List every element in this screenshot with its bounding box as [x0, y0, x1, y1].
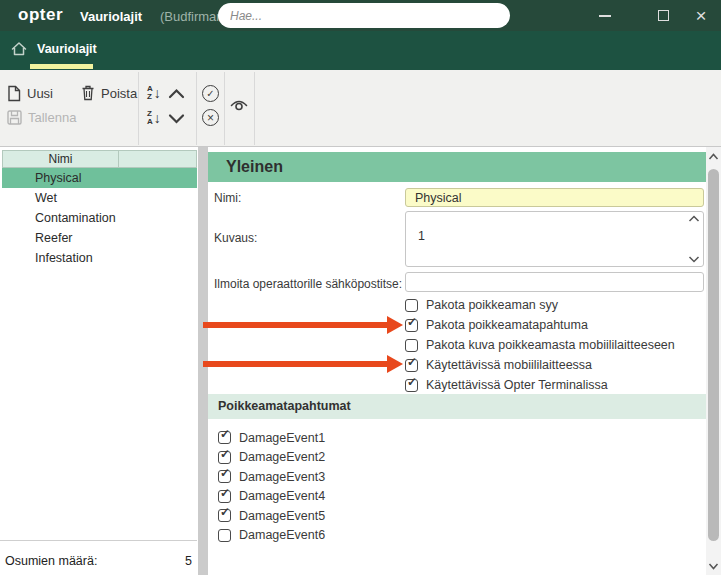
sort-descending-button[interactable]: ZA ↓ [147, 110, 161, 126]
app-window: opter Vauriolajit (Budfirman × Vauriolaj… [0, 0, 721, 575]
name-field[interactable] [405, 188, 704, 207]
damage-event-3-checkbox[interactable]: ✓ [218, 470, 231, 483]
force-deviation-event-checkbox[interactable]: ✓ [405, 319, 418, 332]
event-row: DamageEvent6 [218, 526, 325, 546]
checkbox-row: Pakota poikkeaman syy [405, 295, 675, 315]
list-item-infestation[interactable]: Infestation [2, 248, 197, 268]
new-button[interactable]: Uusi [7, 85, 53, 102]
event-row: ✓ DamageEvent5 [218, 506, 325, 526]
event-label: DamageEvent4 [239, 489, 325, 503]
move-up-button[interactable] [168, 88, 185, 99]
available-opter-terminal-checkbox[interactable]: ✓ [405, 379, 418, 392]
search-input[interactable] [230, 9, 480, 23]
damage-event-6-checkbox[interactable] [218, 529, 231, 542]
toolbar-separator [224, 72, 225, 145]
spinner-up-icon[interactable] [688, 215, 700, 223]
accept-button[interactable]: ✓ [202, 85, 219, 102]
minimize-icon [599, 15, 611, 17]
scrollbar-thumb[interactable] [708, 169, 719, 541]
damage-event-2-checkbox[interactable]: ✓ [218, 451, 231, 464]
event-row: ✓ DamageEvent2 [218, 448, 325, 468]
cancel-button[interactable]: × [202, 109, 219, 126]
toolbar-separator [138, 72, 139, 145]
trash-icon [81, 85, 95, 101]
list-item-physical[interactable]: Physical [2, 168, 197, 188]
spinner-down-icon[interactable] [688, 255, 700, 263]
column-header-nimi[interactable]: Nimi [2, 150, 119, 168]
maximize-button[interactable] [648, 0, 678, 31]
close-button[interactable]: × [686, 0, 716, 31]
event-label: DamageEvent3 [239, 470, 325, 484]
chevron-down-icon [168, 113, 185, 124]
window-title: Vauriolajit [80, 9, 142, 24]
damage-event-4-checkbox[interactable]: ✓ [218, 490, 231, 503]
nav-bar [0, 31, 721, 70]
save-icon [7, 110, 22, 125]
arrow-head [387, 316, 403, 334]
section-header-general: Yleinen [208, 152, 706, 182]
checkbox-label: Käytettävissä Opter Terminalissa [426, 378, 608, 392]
global-search[interactable] [218, 3, 510, 28]
event-checkboxes: ✓ DamageEvent1 ✓ DamageEvent2 ✓ DamageEv… [218, 428, 325, 545]
vertical-scrollbar[interactable] [706, 147, 721, 575]
toolbar [0, 70, 721, 147]
preview-button[interactable] [229, 96, 249, 113]
event-label: DamageEvent1 [239, 431, 325, 445]
save-button[interactable]: Tallenna [7, 110, 76, 125]
damage-type-list: Physical Wet Contamination Reefer Infest… [2, 168, 197, 268]
hit-count-value: 5 [185, 554, 192, 568]
name-label: Nimi: [214, 191, 241, 205]
checkbox-row: ✓ Käytettävissä Opter Terminalissa [405, 375, 675, 395]
delete-button[interactable]: Poista [81, 85, 137, 101]
event-label: DamageEvent5 [239, 509, 325, 523]
damage-event-1-checkbox[interactable]: ✓ [218, 431, 231, 444]
title-bar: opter Vauriolajit (Budfirman × [0, 0, 721, 31]
checkbox-row: ✓ Pakota poikkeamatapahtuma [405, 315, 675, 335]
checkbox-label: Pakota poikkeamatapahtuma [426, 318, 588, 332]
sort-za-icon: ZA ↓ [147, 110, 161, 126]
scroll-up-icon[interactable] [707, 150, 720, 164]
arrow-shaft [203, 322, 388, 328]
status-bar: Osumien määrä: 5 [0, 540, 197, 575]
notify-operator-email-field[interactable] [405, 272, 704, 292]
notify-operator-email-label: Ilmoita operaattorille sähköpostitse: [214, 277, 402, 291]
checkbox-label: Käytettävissä mobiililaitteessa [426, 358, 592, 372]
list-item-wet[interactable]: Wet [2, 188, 197, 208]
opter-logo: opter [18, 5, 63, 25]
arrow-head [387, 355, 403, 373]
section-header-events: Poikkeamatapahtumat [208, 394, 706, 419]
toolbar-separator [254, 72, 255, 145]
maximize-icon [658, 10, 669, 21]
home-icon[interactable] [10, 40, 28, 58]
description-field[interactable]: 1 [405, 211, 704, 267]
new-file-icon [7, 85, 21, 102]
eye-icon [229, 96, 249, 113]
event-label: DamageEvent2 [239, 450, 325, 464]
force-deviation-photo-checkbox[interactable] [405, 339, 418, 352]
x-circle-icon: × [202, 109, 219, 126]
column-header-empty[interactable] [119, 150, 197, 168]
description-value: 1 [418, 229, 425, 243]
checkbox-row: ✓ Käytettävissä mobiililaitteessa [405, 355, 675, 375]
event-row: ✓ DamageEvent4 [218, 487, 325, 507]
checkbox-label: Pakota kuva poikkeamasta mobiililaittees… [426, 338, 675, 352]
sort-ascending-button[interactable]: AZ ↓ [147, 85, 161, 101]
toolbar-separator [196, 72, 197, 145]
description-label: Kuvaus: [214, 231, 257, 245]
checkbox-row: Pakota kuva poikkeamasta mobiililaittees… [405, 335, 675, 355]
option-checkboxes: Pakota poikkeaman syy ✓ Pakota poikkeama… [405, 295, 675, 395]
available-mobile-checkbox[interactable]: ✓ [405, 359, 418, 372]
tab-vauriolajit[interactable]: Vauriolajit [37, 42, 97, 56]
delete-button-label: Poista [101, 86, 137, 101]
list-item-contamination[interactable]: Contamination [2, 208, 197, 228]
list-item-reefer[interactable]: Reefer [2, 228, 197, 248]
window-subtitle: (Budfirman [160, 9, 224, 24]
damage-event-5-checkbox[interactable]: ✓ [218, 509, 231, 522]
chevron-up-icon [168, 88, 185, 99]
force-deviation-reason-checkbox[interactable] [405, 299, 418, 312]
scroll-down-icon[interactable] [707, 559, 720, 573]
hit-count-label: Osumien määrä: [5, 554, 97, 568]
minimize-button[interactable] [590, 0, 620, 31]
list-header-row: Nimi [2, 150, 197, 168]
move-down-button[interactable] [168, 113, 185, 124]
